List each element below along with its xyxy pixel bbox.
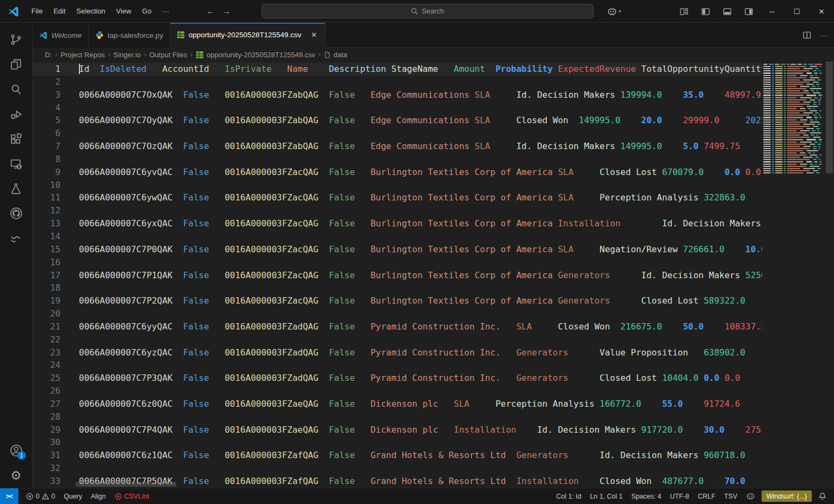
code-line[interactable]: 110066A000007C6ywQAC False 0016A000003FZ… — [32, 191, 762, 204]
code-line-blank[interactable]: 14 — [32, 230, 762, 243]
code-line[interactable]: 210066A000007C6yyQAC False 0016A000003FZ… — [32, 320, 762, 333]
windsurf-status-chip[interactable]: Windsurf: {...} — [762, 490, 812, 502]
csvlint-status[interactable]: CSVLint — [110, 488, 154, 504]
line-number: 21 — [32, 320, 61, 333]
code-line-blank[interactable]: 32 — [32, 462, 762, 475]
activity-explorer-icon[interactable] — [3, 52, 29, 77]
code-line[interactable]: 50066A000007C7OyQAK False 0016A000003FZa… — [32, 114, 762, 127]
status-tsv[interactable]: TSV — [720, 488, 742, 504]
status-align[interactable]: Align — [86, 488, 110, 504]
code-line-blank[interactable]: 26 — [32, 385, 762, 398]
code-line[interactable]: 70066A000007C7OzQAK False 0016A000003FZa… — [32, 140, 762, 153]
copilot-menu-button[interactable]: ▾ — [607, 6, 621, 17]
code-line-blank[interactable]: 10 — [32, 179, 762, 192]
status-query[interactable]: Query — [59, 488, 86, 504]
code-area[interactable]: 1Id IsDeleted AccountId IsPrivate Name D… — [32, 63, 762, 488]
code-line-blank[interactable]: 2 — [32, 76, 762, 89]
activity-settings-gear-icon[interactable]: ⚙ — [3, 463, 29, 488]
status-col-1-id[interactable]: Col 1: Id — [552, 488, 586, 504]
toggle-panel-button[interactable] — [716, 0, 738, 23]
problems-status[interactable]: 00 — [22, 488, 59, 504]
code-line[interactable]: 130066A000007C6yxQAC False 0016A000003FZ… — [32, 217, 762, 230]
status-ln-1-col-1[interactable]: Ln 1, Col 1 — [586, 488, 627, 504]
close-icon[interactable]: ✕ — [310, 30, 319, 39]
toggle-primary-sidebar-button[interactable] — [695, 0, 716, 23]
code-line[interactable]: 270066A000007C6z0QAC False 0016A000003FZ… — [32, 398, 762, 411]
status-utf-8[interactable]: UTF-8 — [666, 488, 693, 504]
code-line-blank[interactable]: 28 — [32, 411, 762, 424]
window-maximize-button[interactable]: ☐ — [784, 0, 809, 23]
code-line-blank[interactable]: 24 — [32, 359, 762, 372]
window-minimize-button[interactable]: ─ — [759, 0, 784, 23]
activity-run-debug-icon[interactable] — [3, 102, 29, 126]
code-line[interactable]: 150066A000007C7P0QAK False 0016A000003FZ… — [32, 243, 762, 256]
code-line-blank[interactable]: 22 — [32, 333, 762, 346]
activity-testing-icon[interactable] — [3, 176, 29, 201]
status-bell-icon[interactable] — [814, 488, 831, 504]
horizontal-scrollbar-thumb[interactable] — [76, 482, 176, 487]
status-spaces-4[interactable]: Spaces: 4 — [627, 488, 666, 504]
line-number: 29 — [32, 424, 61, 436]
minimap-line-fragment — [775, 161, 783, 162]
code-line[interactable]: 170066A000007C7P1QAK False 0016A000003FZ… — [32, 269, 762, 282]
status-copilot-icon[interactable] — [742, 488, 759, 504]
code-line[interactable]: 310066A000007C6z1QAC False 0016A000003FZ… — [32, 449, 762, 462]
code-line[interactable]: 290066A000007C7P4QAK False 0016A000003FZ… — [32, 424, 762, 436]
minimap[interactable] — [762, 62, 825, 488]
nav-back-button[interactable]: ← — [206, 6, 215, 16]
code-line[interactable]: 90066A000007C6yvQAC False 0016A000003FZa… — [32, 166, 762, 179]
toggle-secondary-sidebar-button[interactable] — [738, 0, 759, 23]
code-line-blank[interactable]: 18 — [32, 281, 762, 294]
activity-account-icon[interactable]: 1 — [3, 438, 29, 463]
code-line[interactable]: 230066A000007C6yzQAC False 0016A000003FZ… — [32, 346, 762, 359]
tab-welcome[interactable]: Welcome — [32, 23, 89, 48]
code-line[interactable]: 190066A000007C7P2QAK False 0016A000003FZ… — [32, 294, 762, 307]
activity-remote-explorer-icon[interactable] — [3, 151, 29, 176]
breadcrumb-item[interactable]: Singer.io — [114, 51, 141, 59]
remote-indicator-button[interactable]: >< — [0, 488, 18, 504]
code-line[interactable]: 1Id IsDeleted AccountId IsPrivate Name D… — [32, 63, 762, 76]
code-line-blank[interactable]: 16 — [32, 256, 762, 269]
code-line-blank[interactable]: 4 — [32, 102, 762, 115]
activity-search-icon[interactable] — [3, 77, 29, 102]
csv-field-desc: SLA — [558, 167, 573, 177]
window-close-button[interactable]: ✕ — [809, 0, 834, 23]
status-crlf[interactable]: CRLF — [693, 488, 720, 504]
breadcrumb-item[interactable]: Project Repos — [61, 51, 105, 59]
code-line-blank[interactable]: 12 — [32, 204, 762, 217]
vertical-scrollbar[interactable] — [825, 62, 834, 488]
tab-tap-salesforce-py[interactable]: tap-salesforce.py — [89, 23, 170, 48]
menu-[interactable]: ··· — [157, 5, 175, 17]
breadcrumb-item[interactable]: opportunity-20250528T125549.csv — [196, 51, 315, 59]
activity-github-icon[interactable] — [3, 201, 29, 226]
line-number: 7 — [32, 140, 61, 153]
activity-source-control-icon[interactable] — [3, 27, 29, 52]
breadcrumb-item[interactable]: Output Files — [149, 51, 187, 59]
split-editor-icon[interactable] — [803, 31, 811, 39]
code-line-blank[interactable]: 20 — [32, 307, 762, 320]
editor-pane[interactable]: 1Id IsDeleted AccountId IsPrivate Name D… — [32, 62, 834, 488]
menu-view[interactable]: View — [111, 5, 137, 17]
breadcrumb-item[interactable]: D: — [45, 51, 52, 59]
breadcrumb-item[interactable]: data — [324, 51, 347, 59]
code-line-blank[interactable]: 8 — [32, 153, 762, 166]
activity-windsurf-icon[interactable] — [3, 226, 29, 251]
code-line-blank[interactable]: 6 — [32, 127, 762, 140]
menu-selection[interactable]: Selection — [71, 5, 110, 17]
activity-extensions-icon[interactable] — [3, 126, 29, 151]
vertical-scrollbar-thumb[interactable] — [826, 62, 833, 173]
menu-go[interactable]: Go — [137, 5, 157, 17]
code-line-blank[interactable]: 30 — [32, 436, 762, 449]
minimap-line-fragment — [784, 84, 786, 85]
code-line[interactable]: 30066A000007C7OxQAK False 0016A000003FZa… — [32, 89, 762, 102]
more-actions-icon[interactable]: ··· — [820, 31, 829, 39]
menu-edit[interactable]: Edit — [48, 5, 71, 17]
nav-forward-button[interactable]: → — [222, 6, 231, 16]
menu-file[interactable]: File — [26, 5, 48, 17]
csv-field-name: Burlington Textiles Corp of America — [370, 218, 552, 229]
command-center-search[interactable]: Search — [262, 4, 593, 18]
customize-layout-button[interactable] — [673, 0, 695, 23]
code-line[interactable]: 250066A000007C7P3QAK False 0016A000003FZ… — [32, 372, 762, 385]
minimap-line-fragment — [775, 172, 783, 173]
tab-opportunity-20250528t125549-csv[interactable]: opportunity-20250528T125549.csv✕ — [170, 23, 326, 48]
